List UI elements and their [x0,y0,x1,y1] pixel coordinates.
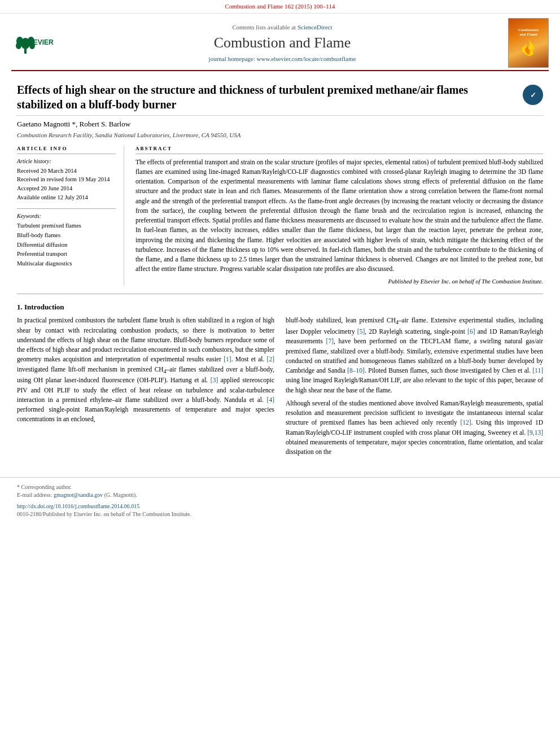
elsevier-logo-svg: ELSEVIER [11,28,62,56]
article-info-label: ARTICLE INFO [17,145,116,154]
email-link[interactable]: gmagnot@sandia.gov [54,492,103,498]
abstract-footer: Published by Elsevier Inc. on behalf of … [135,278,543,286]
keyword-3: Differential diffusion [17,241,116,250]
sciencedirect-link[interactable]: ScienceDirect [298,24,333,30]
svg-text:ELSEVIER: ELSEVIER [20,38,54,46]
journal-header: ELSEVIER Contents lists available at Sci… [0,14,560,68]
homepage-link[interactable]: journal homepage: www.elsevier.com/locat… [209,55,356,62]
ref-9-13: [9,13] [527,429,543,436]
keyword-2: Bluff-body flames [17,231,116,240]
abstract-text: The effects of preferential transport an… [135,158,543,274]
cover-flame-icon [517,39,540,59]
ref-11: [11] [532,367,543,374]
ref-4: [4] [267,396,274,403]
intro-right-column: bluff-body stabilized, lean premixed CH4… [286,316,543,460]
cover-title-line2: and Flame [519,32,537,37]
email-note: E-mail address: gmagnot@sandia.gov (G. M… [17,491,543,499]
authors: Gaetano Magnotti *, Robert S. Barlow [17,119,543,129]
journal-cover-thumbnail: Combustion and Flame [508,18,549,68]
copyright-line: 0010-2180/Published by Elsevier Inc. on … [17,510,543,518]
keyword-5: Multiscalar diagnostics [17,260,116,268]
ref-5: [5] [357,328,365,335]
article-history: Article history: Received 20 March 2014 … [17,158,116,202]
page: Combustion and Flame 162 (2015) 100–114 … [0,0,560,747]
ref-12: [12] [460,419,471,426]
keyword-4: Preferential transport [17,250,116,259]
introduction-heading: 1. Introduction [17,302,543,312]
header-center: Contents lists available at ScienceDirec… [62,23,502,63]
intro-para-2: bluff-body stabilized, lean premixed CH4… [286,316,543,395]
article-info-abstract: ARTICLE INFO Article history: Received 2… [17,145,543,286]
volume-line: Combustion and Flame 162 (2015) 100–114 [0,0,560,14]
article-title: Effects of high shear on the structure a… [17,82,523,112]
introduction-section: 1. Introduction In practical premixed co… [17,302,543,460]
ref-7: [7] [326,338,334,344]
affiliation: Combustion Research Facility, Sandia Nat… [17,131,543,139]
ref-3: [3] [211,377,218,383]
sciencedirect-line: Contents lists available at ScienceDirec… [62,23,502,32]
ref-2: [2] [267,356,274,362]
keywords-label: Keywords: [17,212,116,220]
ref-6: [6] [467,328,475,335]
article-title-section: Effects of high shear on the structure a… [17,82,543,116]
corresponding-author-note: * Corresponding author. [17,483,543,491]
page-footer: * Corresponding author. E-mail address: … [0,477,560,522]
section-divider [17,294,543,294]
svg-text:✓: ✓ [530,91,536,99]
journal-title: Combustion and Flame [62,33,502,53]
doi-line: http://dx.doi.org/10.1016/j.combustflame… [17,503,543,510]
intro-left-column: In practical premixed combustors the tur… [17,316,274,460]
crossmark-icon: ✓ [526,88,540,102]
article-content: Effects of high shear on the structure a… [0,71,560,471]
article-info-column: ARTICLE INFO Article history: Received 2… [17,145,124,286]
received-revised-date: Received in revised form 19 May 2014 [17,176,116,184]
elsevier-logo: ELSEVIER [11,28,62,59]
ref-8-10: [8–10] [347,367,365,374]
intro-para-1: In practical premixed combustors the tur… [17,316,274,424]
cover-title-line1: Combustion [518,28,539,32]
keyword-1: Turbulent premixed flames [17,222,116,230]
abstract-label: ABSTRACT [135,145,543,154]
journal-homepage: journal homepage: www.elsevier.com/locat… [62,55,502,63]
history-label: Article history: [17,158,116,165]
introduction-columns: In practical premixed combustors the tur… [17,316,543,460]
cover-image: Combustion and Flame [509,19,548,67]
ref-1: [1] [224,356,231,362]
intro-para-3: Although several of the studies mentione… [286,399,543,457]
received-date: Received 20 March 2014 [17,167,116,176]
abstract-column: ABSTRACT The effects of preferential tra… [135,145,543,286]
keywords-block: Keywords: Turbulent premixed flames Bluf… [17,212,116,268]
doi-link[interactable]: http://dx.doi.org/10.1016/j.combustflame… [17,503,139,509]
crossmark-badge: ✓ [523,85,543,105]
accepted-date: Accepted 20 June 2014 [17,185,116,193]
available-date: Available online 12 July 2014 [17,194,116,202]
